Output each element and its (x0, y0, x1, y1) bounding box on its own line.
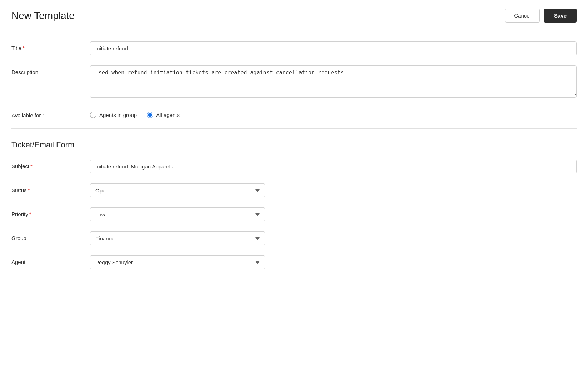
available-for-row: Available for : Agents in group All agen… (11, 109, 577, 118)
group-label: Group (11, 231, 90, 241)
title-required-star: * (23, 45, 25, 51)
page-title: New Template (11, 10, 75, 21)
description-label: Description (11, 65, 90, 75)
agent-row: Agent Peggy Schuyler John Smith Jane Doe (11, 255, 577, 269)
priority-select[interactable]: Low Medium High Urgent (90, 207, 265, 221)
top-form-section: Title* Description Used when refund init… (11, 41, 577, 118)
agent-select[interactable]: Peggy Schuyler John Smith Jane Doe (90, 255, 265, 269)
header-actions: Cancel Save (505, 9, 577, 23)
radio-option-all-agents[interactable]: All agents (147, 112, 180, 118)
description-control-wrap: Used when refund initiation tickets are … (90, 65, 577, 99)
radio-agents-in-group[interactable] (90, 112, 96, 118)
subject-row: Subject* (11, 160, 577, 173)
group-select[interactable]: Finance Support Sales Technical (90, 231, 265, 245)
priority-required-star: * (29, 211, 31, 217)
priority-control-wrap: Low Medium High Urgent (90, 207, 577, 221)
section-divider (11, 128, 577, 129)
title-label: Title* (11, 41, 90, 51)
group-control-wrap: Finance Support Sales Technical (90, 231, 577, 245)
status-row: Status* Open Pending Resolved Closed (11, 183, 577, 197)
subject-label: Subject* (11, 160, 90, 169)
status-label: Status* (11, 183, 90, 193)
agent-control-wrap: Peggy Schuyler John Smith Jane Doe (90, 255, 577, 269)
status-select[interactable]: Open Pending Resolved Closed (90, 183, 265, 197)
ticket-form-section-title: Ticket/Email Form (11, 140, 577, 150)
cancel-button[interactable]: Cancel (505, 9, 540, 23)
subject-required-star: * (30, 163, 33, 169)
subject-control-wrap (90, 160, 577, 173)
status-required-star: * (28, 187, 30, 193)
ticket-form-section: Ticket/Email Form Subject* Status* Open … (11, 140, 577, 269)
radio-option-agents-in-group[interactable]: Agents in group (90, 112, 137, 118)
title-row: Title* (11, 41, 577, 55)
priority-label: Priority* (11, 207, 90, 217)
status-control-wrap: Open Pending Resolved Closed (90, 183, 577, 197)
subject-input[interactable] (90, 160, 577, 173)
available-for-control-wrap: Agents in group All agents (90, 109, 577, 118)
page-container: New Template Cancel Save Title* Descript… (0, 0, 588, 288)
available-for-label: Available for : (11, 109, 90, 118)
title-input[interactable] (90, 41, 577, 55)
group-row: Group Finance Support Sales Technical (11, 231, 577, 245)
title-control-wrap (90, 41, 577, 55)
priority-row: Priority* Low Medium High Urgent (11, 207, 577, 221)
radio-group: Agents in group All agents (90, 109, 577, 118)
description-input[interactable]: Used when refund initiation tickets are … (90, 65, 577, 98)
save-button[interactable]: Save (544, 9, 577, 23)
radio-all-agents[interactable] (147, 112, 153, 118)
header: New Template Cancel Save (11, 9, 577, 30)
agent-label: Agent (11, 255, 90, 265)
description-row: Description Used when refund initiation … (11, 65, 577, 99)
